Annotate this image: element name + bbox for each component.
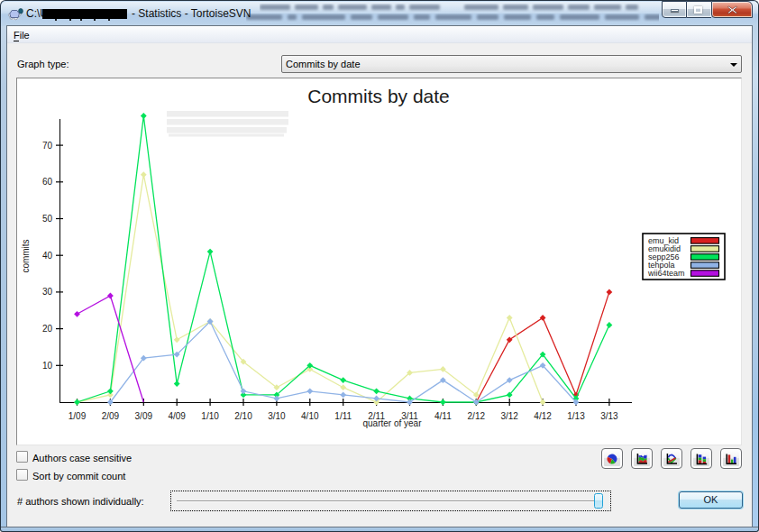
svg-text:1/13: 1/13 — [567, 411, 585, 421]
svg-text:2/10: 2/10 — [234, 411, 252, 421]
svg-text:20: 20 — [42, 324, 53, 334]
svg-text:wii64team: wii64team — [647, 269, 685, 278]
svg-text:1/09: 1/09 — [69, 411, 87, 421]
svg-text:1/11: 1/11 — [334, 411, 352, 421]
svg-text:4/12: 4/12 — [534, 411, 552, 421]
svg-text:4/09: 4/09 — [168, 411, 186, 421]
svg-text:Commits by date: Commits by date — [307, 86, 450, 106]
svg-text:quarter of year: quarter of year — [362, 418, 422, 428]
svg-text:2/09: 2/09 — [102, 411, 120, 421]
svg-text:70: 70 — [42, 141, 53, 151]
svg-text:3/09: 3/09 — [135, 411, 153, 421]
svg-text:3/13: 3/13 — [600, 411, 618, 421]
svg-text:4/10: 4/10 — [301, 411, 319, 421]
svg-text:30: 30 — [42, 287, 53, 297]
svg-text:2/12: 2/12 — [468, 411, 486, 421]
svg-text:60: 60 — [42, 177, 53, 187]
svg-text:commits: commits — [21, 239, 31, 272]
svg-text:4/11: 4/11 — [434, 411, 452, 421]
svg-text:3/10: 3/10 — [268, 411, 286, 421]
svg-text:10: 10 — [42, 361, 53, 371]
svg-text:40: 40 — [42, 251, 53, 261]
svg-text:3/12: 3/12 — [500, 411, 518, 421]
svg-text:50: 50 — [42, 214, 53, 224]
svg-text:1/10: 1/10 — [201, 411, 219, 421]
